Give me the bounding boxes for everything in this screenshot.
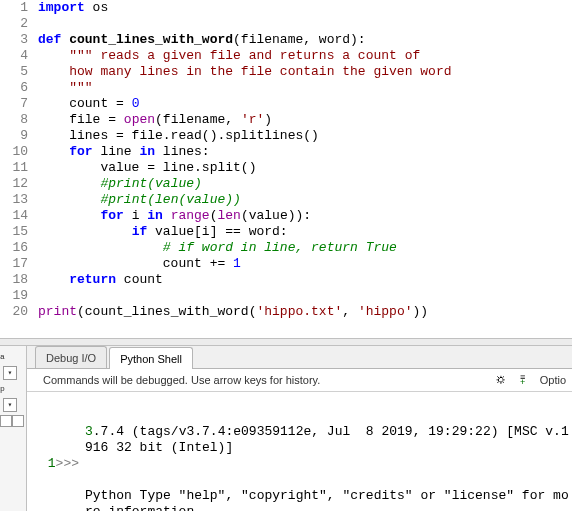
code-line[interactable]: lines = file.read().splitlines() xyxy=(38,128,572,144)
code-line[interactable]: count += 1 xyxy=(38,256,572,272)
side-tool-widgets: a▾ p▾ xyxy=(0,346,27,511)
code-line[interactable]: for line in lines: xyxy=(38,144,572,160)
code-line[interactable]: #print(value) xyxy=(38,176,572,192)
widget-label-a: a xyxy=(0,349,7,365)
code-line[interactable]: import os xyxy=(38,0,572,16)
shell-output[interactable]: 3.7.4 (tags/v3.7.4:e09359112e, Jul 8 201… xyxy=(83,392,572,511)
pane-divider[interactable] xyxy=(0,338,572,346)
line-number-gutter: 1234567891011121314151617181920 xyxy=(0,0,34,338)
shell-area: Debug I/O Python Shell Commands will be … xyxy=(27,346,572,511)
bug-icon[interactable]: ⛭ xyxy=(493,372,509,388)
tab-python-shell[interactable]: Python Shell xyxy=(109,347,193,369)
code-line[interactable]: return count xyxy=(38,272,572,288)
code-line[interactable]: #print(len(value)) xyxy=(38,192,572,208)
code-line[interactable]: def count_lines_with_word(filename, word… xyxy=(38,32,572,48)
code-line[interactable]: how many lines in the file contain the g… xyxy=(38,64,572,80)
step-icon[interactable]: ≡+ xyxy=(515,372,531,388)
code-line[interactable]: print(count_lines_with_word('hippo.txt',… xyxy=(38,304,572,320)
code-editor[interactable]: 1234567891011121314151617181920 import o… xyxy=(0,0,572,338)
shell-tabs: Debug I/O Python Shell xyxy=(27,346,572,369)
code-line[interactable]: """ reads a given file and returns a cou… xyxy=(38,48,572,64)
toggle-square-2[interactable] xyxy=(12,415,24,427)
code-line[interactable]: file = open(filename, 'r') xyxy=(38,112,572,128)
shell-hint: Commands will be debugged. Use arrow key… xyxy=(43,372,490,388)
code-line[interactable]: if value[i] == word: xyxy=(38,224,572,240)
code-line[interactable]: # if word in line, return True xyxy=(38,240,572,256)
code-line[interactable]: count = 0 xyxy=(38,96,572,112)
options-button[interactable]: Optio xyxy=(540,372,566,388)
toggle-square-1[interactable] xyxy=(0,415,12,427)
code-line[interactable]: for i in range(len(value)): xyxy=(38,208,572,224)
code-area[interactable]: import os def count_lines_with_word(file… xyxy=(34,0,572,338)
shell-gutter: 1>>> xyxy=(27,392,83,511)
tab-debug-io[interactable]: Debug I/O xyxy=(35,346,107,368)
bottom-pane: a▾ p▾ Debug I/O Python Shell Commands wi… xyxy=(0,346,572,511)
python-version-major: 3 xyxy=(85,424,93,439)
code-line[interactable] xyxy=(38,16,572,32)
code-line[interactable] xyxy=(38,288,572,304)
python-version-text: .7.4 (tags/v3.7.4:e09359112e, Jul 8 2019… xyxy=(85,424,569,455)
python-help-text: Python Type "help", "copyright", "credit… xyxy=(85,488,572,511)
stepper-p[interactable]: ▾ xyxy=(3,398,17,412)
shell-toolbar: Commands will be debugged. Use arrow key… xyxy=(27,369,572,392)
code-line[interactable]: """ xyxy=(38,80,572,96)
shell-body[interactable]: 1>>> 3.7.4 (tags/v3.7.4:e09359112e, Jul … xyxy=(27,392,572,511)
stepper-a[interactable]: ▾ xyxy=(3,366,17,380)
code-line[interactable]: value = line.split() xyxy=(38,160,572,176)
widget-label-p: p xyxy=(0,381,7,397)
